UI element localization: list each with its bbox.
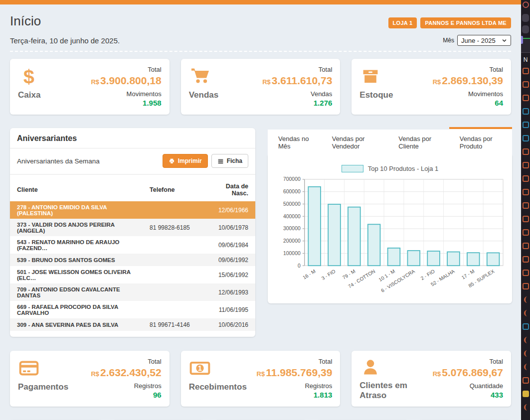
strip-app-icon[interactable] xyxy=(523,175,529,182)
birthday-row[interactable]: 709 - ANTONIO EDSON CAVALCANTE DANTAS 12… xyxy=(10,283,255,301)
stat-card-left: Clientes em Atraso xyxy=(359,358,432,401)
column-telefone: Telefone xyxy=(146,179,205,201)
sales-tab[interactable]: Vendas por Vendedor xyxy=(322,130,388,155)
bar-chart: 0100000200000300000400000500000600000700… xyxy=(274,174,506,292)
svg-text:17 - M: 17 - M xyxy=(461,269,476,280)
strip-app-icon[interactable] xyxy=(523,122,529,128)
strip-app-icon[interactable] xyxy=(523,202,529,209)
birthday-row[interactable]: 543 - RENATO MARINHO DE ARAUJO (FAZEND… … xyxy=(10,236,255,254)
sub-value: 64 xyxy=(433,99,503,108)
sub-label: Registros xyxy=(257,382,333,390)
print-button-label: Imprimir xyxy=(178,157,202,164)
birthday-row[interactable]: 669 - RAFAELA PROCOPIO DA SILVA CARVALHO… xyxy=(10,301,255,318)
store-badge[interactable]: PANNOS E PANNOS LTDA ME xyxy=(420,17,511,28)
sub-label: Movimentos xyxy=(433,90,503,98)
strip-app-icon[interactable] xyxy=(524,350,528,357)
birthday-row[interactable]: 501 - JOSE WELISSON GOMES OLIVEIRA (ELC…… xyxy=(10,266,255,283)
currency-prefix: R$ xyxy=(262,78,271,86)
total-value: R$2.869.130,39 xyxy=(433,74,503,87)
birthdays-table-header: Cliente Telefone Data de Nasc. xyxy=(10,179,255,201)
credit-card-icon xyxy=(18,358,40,379)
currency-prefix: R$ xyxy=(433,78,441,86)
stat-card[interactable]: Pagamentos Total R$2.632.430,52 Registro… xyxy=(10,351,170,407)
sub-value: 96 xyxy=(91,391,161,400)
stat-card-label: Recebimentos xyxy=(189,382,247,392)
stat-card-left: Estoque xyxy=(359,66,393,109)
strip-app-icon[interactable] xyxy=(523,323,529,330)
strip-app-icon[interactable] xyxy=(523,377,529,384)
cell-data-nasc: 11/06/1995 xyxy=(205,301,255,318)
svg-text:600000: 600000 xyxy=(283,189,301,194)
birthday-row[interactable]: 309 - ANA SEVERINA PAES DA SILVA 81 9967… xyxy=(10,318,255,331)
strip-app-icon[interactable] xyxy=(523,391,529,397)
ficha-button[interactable]: Ficha xyxy=(211,154,248,168)
strip-app-icon[interactable] xyxy=(523,135,529,141)
cell-cliente: 669 - RAFAELA PROCOPIO DA SILVA CARVALHO xyxy=(10,301,146,318)
birthdays-subtitle: Aniversariantes da Semana xyxy=(17,157,100,165)
strip-app-icon[interactable] xyxy=(523,216,529,222)
strip-app-icon[interactable] xyxy=(523,148,529,155)
sales-tab[interactable]: Vendas por Produto xyxy=(449,127,512,155)
currency-prefix: R$ xyxy=(91,78,99,86)
box-icon xyxy=(359,66,381,87)
money-bill-icon xyxy=(189,358,211,379)
stat-card-values: Total R$2.632.430,52 Registros 96 xyxy=(91,358,161,401)
bottom-stat-cards: Pagamentos Total R$2.632.430,52 Registro… xyxy=(10,351,511,407)
strip-app-icon[interactable] xyxy=(523,95,529,101)
strip-app-icon[interactable] xyxy=(523,270,529,276)
stat-card[interactable]: Estoque Total R$2.869.130,39 Movimentos … xyxy=(352,59,511,115)
svg-text:700000: 700000 xyxy=(283,176,301,182)
stat-card-values: Total R$2.869.130,39 Movimentos 64 xyxy=(433,66,503,109)
date-row: Terça-feira, 10 de junho de 2025. Mês Ju… xyxy=(10,35,511,46)
sales-tab[interactable]: Vendas por Cliente xyxy=(388,130,449,155)
column-data-nasc: Data de Nasc. xyxy=(205,179,255,201)
birthdays-card: Aniversariantes Aniversariantes da Seman… xyxy=(10,128,255,337)
strip-app-icon[interactable] xyxy=(523,229,529,236)
chevron-down-icon xyxy=(502,38,507,43)
total-value: R$3.611.610,73 xyxy=(262,74,332,87)
cell-telefone xyxy=(146,201,205,219)
strip-avatar-icon[interactable] xyxy=(523,1,529,8)
cell-telefone: 81 99828-6185 xyxy=(146,219,205,236)
stat-card-values: Total R$3.611.610,73 Vendas 1.276 xyxy=(262,66,332,109)
strip-app-icon[interactable] xyxy=(524,364,528,370)
strip-app-icon[interactable] xyxy=(523,256,529,263)
total-label: Total xyxy=(91,358,161,366)
strip-app-icon[interactable] xyxy=(523,189,529,195)
stat-card[interactable]: Vendas Total R$3.611.610,73 Vendas 1.276 xyxy=(181,59,341,115)
birthday-row[interactable]: 539 - BRUNO DOS SANTOS GOMES 09/06/1992 xyxy=(10,254,255,266)
stat-card[interactable]: Recebimentos Total R$11.985.769,39 Regis… xyxy=(181,351,341,407)
sub-label: Quantidade xyxy=(433,382,503,390)
store-badge[interactable]: LOJA 1 xyxy=(388,17,417,28)
strip-app-icon[interactable] xyxy=(524,310,528,316)
svg-text:2 - FIO: 2 - FIO xyxy=(420,268,436,281)
strip-button-icon[interactable] xyxy=(522,25,529,33)
strip-app-icon[interactable] xyxy=(523,243,529,249)
birthday-row[interactable]: 373 - VALDIR DOS ANJOS PEREIRA (ANGELA) … xyxy=(10,219,255,236)
birthday-row[interactable]: 278 - ANTONIO EMIDIO DA SILVA (PALESTINA… xyxy=(10,201,255,219)
current-date: Terça-feira, 10 de junho de 2025. xyxy=(10,36,120,45)
strip-app-icon[interactable] xyxy=(523,68,529,74)
stat-card[interactable]: Caixa Total R$3.900.800,18 Movimentos 1.… xyxy=(10,59,170,115)
cell-cliente: 539 - BRUNO DOS SANTOS GOMES xyxy=(10,254,146,266)
print-button[interactable]: Imprimir xyxy=(163,154,208,168)
strip-app-icon[interactable] xyxy=(524,296,528,303)
strip-app-icon[interactable] xyxy=(523,283,529,289)
month-select[interactable]: June - 2025 xyxy=(457,35,511,46)
strip-app-icon[interactable] xyxy=(523,81,529,88)
strip-app-icon[interactable] xyxy=(523,108,529,115)
strip-app-icon[interactable] xyxy=(524,404,528,411)
stat-card-label: Estoque xyxy=(359,90,393,100)
dashboard-page: Início LOJA 1PANNOS E PANNOS LTDA ME Ter… xyxy=(0,11,521,420)
cell-cliente: 278 - ANTONIO EMIDIO DA SILVA (PALESTINA… xyxy=(10,201,146,219)
sub-label: Movimentos xyxy=(91,90,161,98)
strip-button-icon[interactable] xyxy=(522,14,529,22)
strip-handle[interactable] xyxy=(521,36,523,44)
strip-app-icon[interactable] xyxy=(524,337,528,343)
stat-card[interactable]: Clientes em Atraso Total R$5.076.869,67 … xyxy=(352,351,511,407)
strip-app-icon[interactable] xyxy=(523,162,529,168)
sales-tab[interactable]: Vendas no Mês xyxy=(268,130,322,155)
cell-telefone xyxy=(146,254,205,266)
total-amount: 2.632.430,52 xyxy=(100,367,162,378)
birthdays-table: Cliente Telefone Data de Nasc. 278 - ANT… xyxy=(10,179,255,331)
